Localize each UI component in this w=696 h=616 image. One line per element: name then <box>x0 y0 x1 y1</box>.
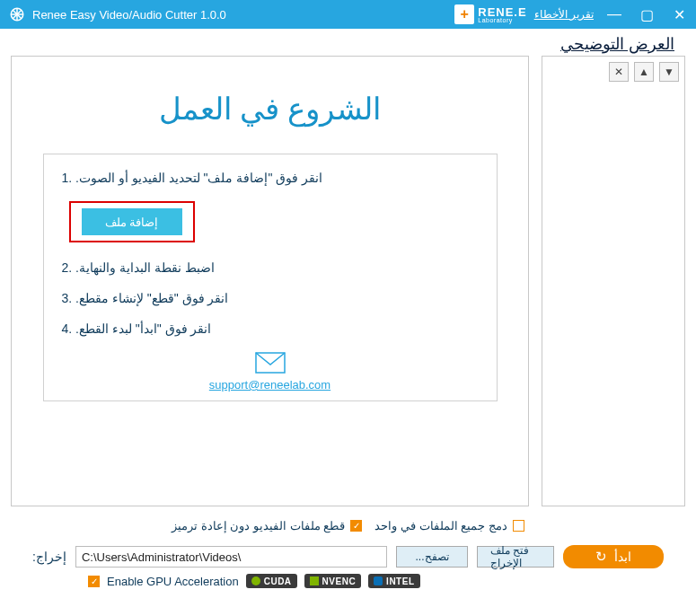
close-button[interactable]: ✕ <box>671 6 687 23</box>
open-output-button[interactable]: فتح ملف الإخراج <box>477 546 554 568</box>
browse-button[interactable]: ...تصفح <box>396 546 468 568</box>
app-icon <box>9 6 25 22</box>
support-section: support@reneelab.com <box>62 352 479 392</box>
cuda-text: CUDA <box>264 576 292 586</box>
cuda-dot-icon <box>251 576 260 585</box>
brand-logo: + RENE.E Laboratory <box>454 4 526 24</box>
nvenc-swatch-icon <box>310 576 319 585</box>
step-3-text: .انقر فوق "قطع" لإنشاء مقطع <box>75 291 228 305</box>
title-bar: Renee Easy Video/Audio Cutter 1.0.0 + RE… <box>0 0 696 29</box>
gpu-checkbox[interactable]: ✓ <box>88 576 100 587</box>
step-3: 3. .انقر فوق "قطع" لإنشاء مقطع <box>62 291 479 305</box>
merge-label: دمج جميع الملفات في واحد <box>374 519 507 532</box>
step-2-text: .اضبط نقطة البداية والنهاية <box>75 260 215 275</box>
intel-badge: INTEL <box>368 574 419 588</box>
content-row: الشروع في العمل 1. .انقر فوق "إضافة ملف"… <box>0 56 696 506</box>
no-reencode-label: قطع ملفات الفيديو دون إعادة ترميز <box>172 519 345 532</box>
maximize-button[interactable]: ▢ <box>639 6 655 23</box>
step-1: 1. .انقر فوق "إضافة ملف" لتحديد الفيديو … <box>62 171 479 185</box>
nvenc-badge: NVENC <box>304 574 362 588</box>
add-file-button[interactable]: إضافة ملف <box>82 208 182 235</box>
output-row: :إخراج ...تصفح فتح ملف الإخراج ↻ ابدأ <box>0 538 696 568</box>
intel-swatch-icon <box>374 576 383 585</box>
file-list-controls: ✕ ▲ ▼ <box>548 62 679 82</box>
minimize-button[interactable]: — <box>606 6 622 22</box>
no-reencode-option[interactable]: ✓ قطع ملفات الفيديو دون إعادة ترميز <box>172 519 362 532</box>
step-4: 4. .انقر فوق "ابدأ" لبدء القطع <box>62 321 479 336</box>
merge-checkbox[interactable] <box>513 520 524 532</box>
remove-file-button[interactable]: ✕ <box>609 62 629 82</box>
envelope-icon <box>255 352 286 374</box>
nvenc-text: NVENC <box>322 576 357 586</box>
step-2: 2. .اضبط نقطة البداية والنهاية <box>62 260 479 275</box>
demo-link[interactable]: العرض التوضيحي <box>560 35 674 53</box>
add-file-highlight: إضافة ملف <box>69 201 195 242</box>
titlebar-left: Renee Easy Video/Audio Cutter 1.0.0 <box>9 6 226 22</box>
refresh-icon: ↻ <box>595 549 607 565</box>
gpu-row: ✓ Enable GPU Acceleration CUDA NVENC INT… <box>0 568 696 588</box>
start-label: ابدأ <box>614 550 631 564</box>
start-button[interactable]: ↻ ابدأ <box>563 545 664 568</box>
output-path-input[interactable] <box>75 546 387 568</box>
step-1-text: .انقر فوق "إضافة ملف" لتحديد الفيديو أو … <box>75 171 322 185</box>
window-controls: — ▢ ✕ <box>606 6 687 23</box>
gpu-label: Enable GPU Acceleration <box>107 575 239 588</box>
page-heading: الشروع في العمل <box>159 91 382 127</box>
support-email-link[interactable]: support@reneelab.com <box>62 378 479 392</box>
merge-option[interactable]: دمج جميع الملفات في واحد <box>374 519 524 532</box>
file-list-panel: ✕ ▲ ▼ <box>542 56 685 506</box>
output-label: :إخراج <box>32 550 66 564</box>
move-up-button[interactable]: ▲ <box>634 62 654 82</box>
brand-plus-icon: + <box>454 4 474 24</box>
steps-box: 1. .انقر فوق "إضافة ملف" لتحديد الفيديو … <box>43 154 498 401</box>
intel-text: INTEL <box>386 576 414 586</box>
app-title: Renee Easy Video/Audio Cutter 1.0.0 <box>32 8 226 22</box>
no-reencode-checkbox[interactable]: ✓ <box>350 520 362 532</box>
main-panel: الشروع في العمل 1. .انقر فوق "إضافة ملف"… <box>11 56 529 506</box>
step-4-text: .انقر فوق "ابدأ" لبدء القطع <box>75 321 211 336</box>
demo-row: العرض التوضيحي <box>0 29 696 56</box>
error-report-link[interactable]: تقرير الأخطاء <box>534 8 594 21</box>
cuda-badge: CUDA <box>246 574 297 588</box>
move-down-button[interactable]: ▼ <box>659 62 679 82</box>
options-row: دمج جميع الملفات في واحد ✓ قطع ملفات الف… <box>0 519 696 532</box>
